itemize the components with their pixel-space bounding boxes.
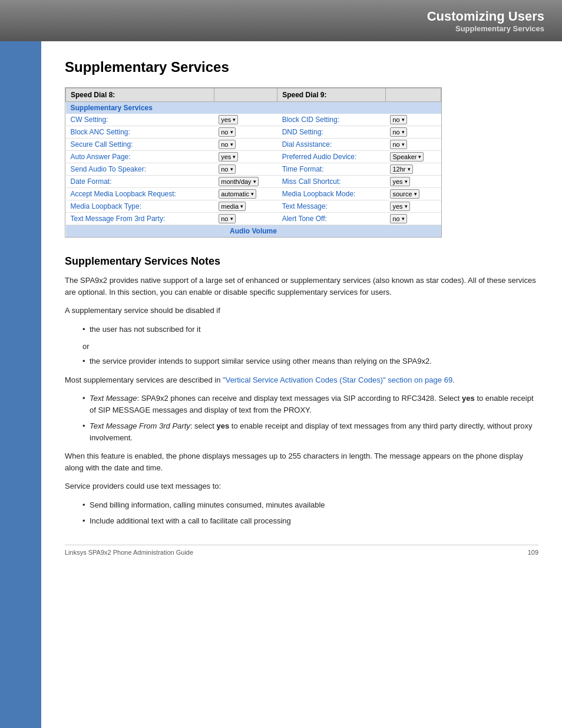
media-loopback-mode-select[interactable]: source (390, 189, 419, 199)
dial-assistance-value: no (385, 139, 441, 151)
media-loopback-mode-value: source (385, 188, 441, 200)
block-cid-value: no (385, 114, 441, 126)
table-row: Secure Call Setting: no Dial Assistance:… (66, 139, 441, 151)
text-3rd-party-bullet: Text Message From 3rd Party: select yes … (82, 420, 538, 443)
text-3rd-body: : select (190, 421, 217, 430)
table-footer-row: Audio Volume (66, 225, 441, 238)
auto-answer-value: yes (214, 151, 277, 163)
table-row: Block ANC Setting: no DND Setting: no (66, 126, 441, 139)
preferred-audio-value: Speaker (385, 151, 441, 163)
secure-call-value: no (214, 139, 277, 151)
text-message-value: yes (385, 200, 441, 213)
block-anc-label: Block ANC Setting: (66, 126, 214, 139)
cw-setting-select[interactable]: yes (219, 115, 238, 124)
auto-answer-label: Auto Answer Page: (66, 151, 214, 163)
media-loopback-type-select[interactable]: media (219, 202, 246, 211)
text-message-label: Text Message: (277, 200, 386, 213)
table-row: Media Loopback Type: media Text Message:… (66, 200, 441, 213)
text-message-italic-label: Text Message (90, 394, 137, 403)
speed-dial-8-label: Speed Dial 8: (66, 88, 214, 102)
media-loopback-type-label: Media Loopback Type: (66, 200, 214, 213)
text-message-3rd-select[interactable]: no (219, 214, 235, 223)
service-bullet-1: Send billing information, calling minute… (82, 499, 538, 511)
text-message-select[interactable]: yes (390, 202, 409, 211)
block-cid-label: Block CID Setting: (277, 114, 386, 126)
preferred-audio-label: Preferred Audio Device: (277, 151, 386, 163)
notes-section-title: Supplementary Services Notes (65, 255, 538, 268)
speed-dial-9-label: Speed Dial 9: (277, 88, 386, 102)
alert-tone-off-select[interactable]: no (390, 214, 406, 223)
accept-media-value: automatic (214, 188, 277, 200)
feature-enabled-paragraph: When this feature is enabled, the phone … (65, 450, 538, 473)
miss-call-value: yes (385, 176, 441, 188)
send-audio-label: Send Audio To Speaker: (66, 163, 214, 176)
supplementary-services-table: Speed Dial 8: Speed Dial 9: Supplementar… (65, 87, 442, 238)
speed-dial-9-value (385, 88, 441, 102)
miss-call-select[interactable]: yes (390, 177, 409, 186)
block-anc-select[interactable]: no (219, 127, 235, 137)
date-format-select[interactable]: month/day (219, 177, 258, 186)
link-paragraph: Most supplementary services are describe… (65, 374, 538, 386)
header-title: Customizing Users (427, 9, 544, 24)
service-bullet-2: Include additional text with a call to f… (82, 515, 538, 527)
table-row: Auto Answer Page: yes Preferred Audio De… (66, 151, 441, 163)
accept-media-select[interactable]: automatic (219, 189, 256, 199)
preferred-audio-select[interactable]: Speaker (390, 152, 424, 162)
alert-tone-off-value: no (385, 213, 441, 225)
footer-left-text: Linksys SPA9x2 Phone Administration Guid… (65, 549, 193, 556)
text-message-bullet: Text Message: SPA9x2 phones can receive … (82, 393, 538, 416)
secure-call-select[interactable]: no (219, 140, 235, 149)
media-loopback-mode-label: Media Loopback Mode: (277, 188, 386, 200)
send-audio-select[interactable]: no (219, 164, 235, 174)
dnd-setting-select[interactable]: no (390, 127, 406, 137)
text-message-body: : SPA9x2 phones can receive and display … (137, 394, 462, 403)
text-3rd-yes-bold: yes (217, 421, 230, 430)
auto-answer-select[interactable]: yes (219, 152, 238, 162)
date-format-value: month/day (214, 176, 277, 188)
supplementary-services-section-header: Supplementary Services (66, 102, 441, 114)
bullet-item-2: the service provider intends to support … (82, 355, 538, 367)
dnd-setting-label: DND Setting: (277, 126, 386, 139)
service-bullet-2-text: Include additional text with a call to f… (90, 516, 291, 525)
bullet-item-2-text: the service provider intends to support … (90, 357, 432, 365)
bullet-item-1-text: the user has not subscribed for it (90, 325, 201, 334)
time-format-select[interactable]: 12hr (390, 164, 412, 174)
page-footer: Linksys SPA9x2 Phone Administration Guid… (65, 545, 538, 556)
table-row: Date Format: month/day Miss Call Shortcu… (66, 176, 441, 188)
service-intro-paragraph: Service providers could use text message… (65, 480, 538, 492)
block-cid-select[interactable]: no (390, 115, 406, 124)
date-format-label: Date Format: (66, 176, 214, 188)
or-text: or (82, 342, 538, 351)
table-row: Text Message From 3rd Party: no Alert To… (66, 213, 441, 225)
section-header-label: Supplementary Services (66, 102, 441, 114)
secure-call-label: Secure Call Setting: (66, 139, 214, 151)
feature-bullets-list: Text Message: SPA9x2 phones can receive … (82, 393, 538, 443)
text-3rd-italic-label: Text Message From 3rd Party (90, 421, 190, 430)
table-row: CW Setting: yes Block CID Setting: no (66, 114, 441, 126)
audio-volume-label: Audio Volume (66, 225, 441, 238)
disabled-intro: A supplementary service should be disabl… (65, 305, 538, 317)
link-intro-text: Most supplementary services are describe… (65, 375, 223, 384)
header-subtitle: Supplementary Services (455, 24, 544, 33)
cw-setting-value: yes (214, 114, 277, 126)
page-header: Customizing Users Supplementary Services (0, 0, 562, 41)
intro-paragraph: The SPA9x2 provides native support of a … (65, 275, 538, 298)
speed-dial-8-value (214, 88, 277, 102)
time-format-label: Time Format: (277, 163, 386, 176)
page-title: Supplementary Services (65, 59, 538, 75)
dnd-setting-value: no (385, 126, 441, 139)
footer-page-number: 109 (528, 549, 538, 556)
disabled-conditions-list-2: the service provider intends to support … (82, 355, 538, 367)
link-end-text: . (452, 375, 455, 384)
table-header-row: Speed Dial 8: Speed Dial 9: (66, 88, 441, 102)
service-bullet-1-text: Send billing information, calling minute… (90, 500, 325, 509)
vertical-service-link[interactable]: "Vertical Service Activation Codes (Star… (223, 375, 452, 384)
dial-assistance-select[interactable]: no (390, 140, 406, 149)
send-audio-value: no (214, 163, 277, 176)
accept-media-label: Accept Media Loopback Request: (66, 188, 214, 200)
service-providers-list: Send billing information, calling minute… (82, 499, 538, 527)
sidebar-stripe (0, 41, 41, 728)
cw-setting-label: CW Setting: (66, 114, 214, 126)
miss-call-label: Miss Call Shortcut: (277, 176, 386, 188)
main-content: Supplementary Services Speed Dial 8: Spe… (41, 41, 562, 728)
